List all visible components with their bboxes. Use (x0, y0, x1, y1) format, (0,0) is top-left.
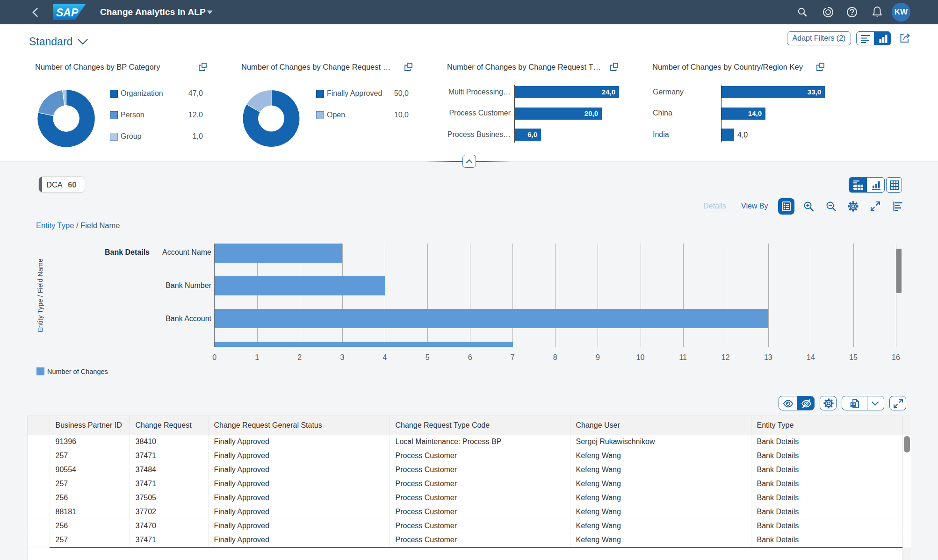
svg-text:SAP: SAP (56, 7, 79, 19)
